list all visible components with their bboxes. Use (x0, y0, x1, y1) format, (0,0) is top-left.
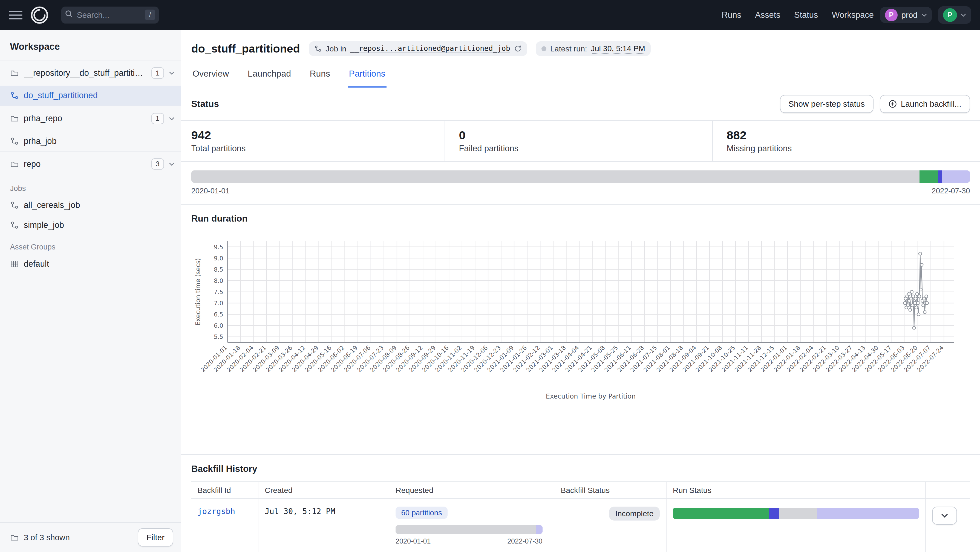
tab-launchpad[interactable]: Launchpad (247, 69, 292, 87)
filter-button[interactable]: Filter (138, 528, 173, 546)
svg-text:Execution time (secs): Execution time (secs) (194, 258, 202, 325)
sidebar-item-prha-job[interactable]: prha_job (0, 131, 181, 151)
backfill-status-badge: Incomplete (609, 507, 660, 520)
svg-text:Execution Time by Partition: Execution Time by Partition (546, 393, 635, 400)
asset-groups-section-label: Asset Groups (0, 235, 181, 254)
page-title: do_stuff_partitioned (191, 43, 300, 55)
svg-text:9.0: 9.0 (214, 255, 223, 262)
chevron-down-icon (941, 513, 948, 518)
sidebar-repo-repo[interactable]: repo 3 (0, 152, 181, 176)
stat-missing-partitions: 882 Missing partitions (712, 121, 980, 161)
requested-partitions-bar (396, 525, 542, 534)
partition-bar-dates: 2020-01-01 2022-07-30 (181, 183, 980, 204)
search-box[interactable]: / (61, 6, 159, 24)
sidebar-item-simple-job[interactable]: simple_job (0, 215, 181, 235)
chevron-down-icon[interactable] (169, 71, 175, 75)
stat-value: 0 (459, 128, 702, 142)
sidebar-repo-prha-repo[interactable]: prha_repo 1 (0, 106, 181, 131)
partition-status-bar[interactable] (191, 170, 970, 183)
nav-workspace[interactable]: Workspace (832, 10, 874, 20)
show-per-step-status-button[interactable]: Show per-step status (780, 95, 873, 113)
repo-label: __repository__do_stuff_partitio... (24, 68, 146, 78)
latest-run-value[interactable]: Jul 30, 5:14 PM (591, 44, 645, 54)
job-label: do_stuff_partitioned (24, 90, 98, 100)
nav-assets[interactable]: Assets (755, 10, 780, 20)
launch-backfill-button[interactable]: Launch backfill... (880, 95, 970, 113)
backfill-history-heading: Backfill History (181, 455, 980, 481)
job-icon (10, 91, 19, 100)
run-status-bar[interactable] (673, 508, 919, 519)
chevron-down-icon (921, 13, 927, 17)
nav-runs[interactable]: Runs (722, 10, 741, 20)
status-section-header: Status Show per-step status Launch backf… (181, 87, 980, 121)
job-label: prha_job (24, 136, 57, 146)
deployment-switcher[interactable]: P prod (880, 7, 932, 23)
stat-label: Failed partitions (459, 144, 702, 154)
menu-button[interactable] (9, 9, 22, 21)
sidebar-footer: 3 of 3 shown Filter (0, 522, 181, 552)
deployment-label: prod (901, 10, 917, 20)
job-icon (10, 137, 19, 146)
requested-end-date: 2022-07-30 (507, 537, 542, 545)
sidebar-item-do-stuff-partitioned[interactable]: do_stuff_partitioned (0, 86, 181, 106)
shown-count: 3 of 3 shown (24, 533, 70, 542)
folder-icon (10, 69, 19, 78)
jobs-section-label: Jobs (0, 176, 181, 195)
svg-text:5.5: 5.5 (214, 333, 223, 340)
svg-text:8.0: 8.0 (214, 278, 223, 284)
sidebar-item-all-cereals-job[interactable]: all_cereals_job (0, 195, 181, 215)
col-created: Created (258, 482, 389, 499)
primary-nav: Runs Assets Status Workspace (722, 10, 874, 20)
backfill-table: Backfill Id Created Requested Backfill S… (191, 481, 970, 552)
search-input[interactable] (77, 10, 141, 20)
tab-runs[interactable]: Runs (309, 69, 331, 87)
backfill-id-link[interactable]: jozrgsbh (197, 507, 235, 516)
reload-icon[interactable] (514, 45, 522, 52)
col-run-status: Run Status (666, 482, 926, 499)
sidebar-item-default-asset-group[interactable]: default (0, 254, 181, 274)
svg-text:9.5: 9.5 (214, 243, 223, 250)
partition-stats: 942 Total partitions 0 Failed partitions… (181, 121, 980, 162)
col-actions (926, 482, 970, 499)
stat-label: Missing partitions (727, 144, 970, 154)
user-menu[interactable]: P (938, 6, 971, 24)
repo-count-badge: 1 (151, 113, 164, 124)
job-chip-target[interactable]: __reposi...artitioned@partitioned_job (350, 44, 510, 53)
execution-time-chart: 2020-01-012020-01-182020-02-042020-02-21… (191, 233, 970, 402)
requested-partitions-chip[interactable]: 60 partitions (396, 507, 447, 519)
expand-row-button[interactable] (932, 507, 957, 525)
stat-failed-partitions: 0 Failed partitions (445, 121, 712, 161)
chevron-down-icon[interactable] (169, 117, 175, 121)
repo-label: repo (24, 159, 41, 169)
run-status-dot (541, 46, 546, 51)
page-header: do_stuff_partitioned Job in __reposi...a… (181, 30, 980, 87)
search-shortcut-hint: / (145, 10, 155, 20)
tab-overview[interactable]: Overview (191, 69, 230, 87)
tab-partitions[interactable]: Partitions (348, 69, 387, 87)
job-icon (10, 221, 19, 230)
folder-icon (10, 160, 19, 168)
svg-text:8.5: 8.5 (214, 266, 223, 273)
user-avatar: P (943, 8, 957, 22)
latest-run-label: Latest run: (550, 44, 587, 53)
requested-bar-dates: 2020-01-01 2022-07-30 (396, 537, 542, 545)
stat-value: 942 (191, 128, 435, 142)
chevron-down-icon (961, 13, 966, 17)
sidebar-repo-do-stuff[interactable]: __repository__do_stuff_partitio... 1 (0, 60, 181, 85)
nav-status[interactable]: Status (794, 10, 818, 20)
bar-start-date: 2020-01-01 (191, 187, 230, 195)
chevron-down-icon[interactable] (169, 162, 175, 166)
sidebar-title: Workspace (0, 30, 181, 61)
job-icon (10, 201, 19, 209)
folder-icon (10, 533, 19, 542)
backfill-history-section: Backfill History Backfill Id Created Req… (181, 454, 980, 552)
stat-label: Total partitions (191, 144, 435, 154)
main-content: do_stuff_partitioned Job in __reposi...a… (181, 30, 980, 552)
svg-text:6.5: 6.5 (214, 311, 223, 318)
svg-text:6.0: 6.0 (214, 322, 223, 329)
stat-total-partitions: 942 Total partitions (181, 121, 445, 161)
partition-status-bar-wrap (181, 162, 980, 183)
svg-text:7.0: 7.0 (214, 300, 223, 307)
job-label: simple_job (24, 220, 64, 230)
plus-circle-icon (888, 100, 897, 108)
